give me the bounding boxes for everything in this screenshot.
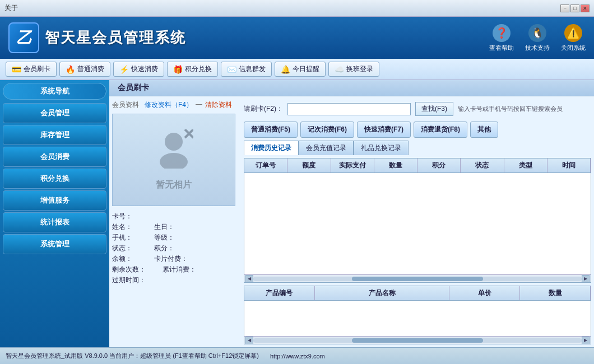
toolbar-normal-consume[interactable]: 🔥 普通消费: [59, 62, 110, 77]
scroll-left-arrow-bottom[interactable]: ◀: [245, 337, 253, 344]
sidebar-item-points[interactable]: 积分兑换: [3, 169, 106, 189]
member-card-label: 会员刷卡: [24, 64, 50, 74]
other-btn[interactable]: 其他: [470, 122, 498, 138]
normal-consume-btn[interactable]: 普通消费(F5): [244, 122, 298, 138]
toolbar: 💳 会员刷卡 🔥 普通消费 ⚡ 快速消费 🎁 积分兑换 ✉️ 信息群发 🔔 今日…: [0, 59, 594, 80]
sidebar: 系统导航 会员管理 库存管理 会员消费 积分兑换 增值服务 统计报表 系统管理: [0, 80, 109, 347]
help-label: 查看帮助: [489, 44, 514, 52]
right-panel: 请刷卡(F2)： 查找(F3) 输入卡号或手机号码按回车键搜索会员 普通消费(F…: [244, 99, 591, 344]
close-button[interactable]: ✕: [581, 4, 590, 12]
product-header: 产品编号 产品名称 单价 数量: [244, 286, 591, 301]
product-body: [244, 301, 591, 336]
logo-icon: 乙: [8, 22, 39, 53]
scroll-thumb-bottom: [352, 338, 483, 343]
toolbar-group-message[interactable]: ✉️ 信息群发: [221, 62, 272, 77]
help-action[interactable]: ❓ 查看帮助: [489, 24, 514, 52]
tabs-row: 消费历史记录 会员充值记录 礼品兑换记录: [244, 141, 591, 155]
maximize-button[interactable]: □: [570, 4, 579, 12]
nav-separator2: —: [196, 100, 202, 110]
info-row-expire: 过期时间：: [112, 276, 238, 285]
expire-label: 过期时间：: [112, 276, 146, 285]
sidebar-item-reports[interactable]: 统计报表: [3, 212, 106, 232]
nav-clear-link[interactable]: 清除资料: [205, 100, 232, 110]
col-unit-price: 单价: [449, 286, 520, 300]
col-status: 状态: [461, 158, 504, 172]
col-qty: 数量: [374, 158, 417, 172]
toolbar-member-card[interactable]: 💳 会员刷卡: [6, 62, 57, 77]
sidebar-item-inventory[interactable]: 库存管理: [3, 125, 106, 145]
points-icon: 🎁: [173, 65, 183, 74]
reminder-icon: 🔔: [281, 65, 290, 74]
toolbar-quick-consume[interactable]: ⚡ 快速消费: [113, 62, 164, 77]
status-text: 智天星会员管理系统_试用版 V8.9.0.0 当前用户：超级管理员 (F1查看帮…: [6, 352, 259, 360]
table-header: 订单号 额度 实际支付 数量 积分 状态 类型 时间: [244, 158, 591, 173]
photo-text: 暂无相片: [156, 179, 192, 191]
action-buttons: 普通消费(F5) 记次消费(F6) 快速消费(F7) 消费退货(F8) 其他: [244, 122, 591, 138]
sidebar-item-system[interactable]: 系统管理: [3, 234, 106, 254]
col-amount: 额度: [287, 158, 331, 172]
scroll-right-arrow[interactable]: ▶: [582, 275, 590, 283]
col-actual-pay: 实际支付: [331, 158, 374, 172]
main-layout: 系统导航 会员管理 库存管理 会员消费 积分兑换 增值服务 统计报表 系统管理 …: [0, 80, 594, 347]
h-scrollbar-bottom[interactable]: ◀ ▶: [244, 336, 591, 344]
scroll-right-arrow-bottom[interactable]: ▶: [582, 337, 590, 344]
photo-area: 暂无相片: [112, 114, 235, 206]
member-nav: 会员资料 修改资料（F4） — 清除资料: [112, 99, 238, 111]
sidebar-header: 系统导航: [3, 83, 106, 100]
tab-consume-history[interactable]: 消费历史记录: [244, 141, 299, 155]
shift-label: 换班登录: [346, 64, 373, 74]
tech-support-action[interactable]: 🐧 技术支持: [525, 24, 550, 52]
tech-label: 技术支持: [525, 44, 550, 52]
level-label: 等级：: [154, 233, 179, 242]
toolbar-shift-login[interactable]: ☁️ 换班登录: [328, 62, 379, 77]
tab-recharge-history[interactable]: 会员充值记录: [299, 141, 354, 155]
card-input-label: 请刷卡(F2)：: [244, 104, 283, 114]
info-row-remaining: 剩余次数： 累计消费：: [112, 265, 238, 274]
product-table: 产品编号 产品名称 单价 数量 ◀ ▶: [244, 286, 591, 344]
card-input[interactable]: [287, 103, 411, 115]
member-info: 卡号： 姓名： 生日： 手机： 等级：: [112, 209, 238, 288]
sidebar-item-value-added[interactable]: 增值服务: [3, 190, 106, 211]
quick-consume-btn[interactable]: 快速消费(F7): [357, 122, 411, 138]
tab-gift-exchange[interactable]: 礼品兑换记录: [354, 141, 409, 155]
phone-label: 手机：: [112, 233, 137, 242]
toolbar-today-reminder[interactable]: 🔔 今日提醒: [275, 62, 326, 77]
total-consume-label: 累计消费：: [163, 265, 196, 274]
message-label: 信息群发: [239, 64, 266, 74]
scroll-track-top[interactable]: [253, 277, 582, 281]
header-actions: ❓ 查看帮助 🐧 技术支持 ⚠️ 关闭系统: [489, 24, 586, 52]
sidebar-item-member-consume[interactable]: 会员消费: [3, 147, 106, 167]
birthday-label: 生日：: [154, 222, 179, 232]
toolbar-points-exchange[interactable]: 🎁 积分兑换: [167, 62, 218, 77]
minimize-button[interactable]: －: [560, 4, 569, 12]
nav-info: 会员资料: [112, 100, 139, 110]
nav-edit-link[interactable]: 修改资料（F4）: [145, 100, 193, 110]
search-hint: 输入卡号或手机号码按回车键搜索会员: [458, 105, 563, 113]
scroll-left-arrow[interactable]: ◀: [245, 275, 253, 283]
search-button[interactable]: 查找(F3): [415, 102, 453, 116]
info-row-status: 状态： 积分：: [112, 244, 238, 253]
col-type: 类型: [504, 158, 547, 172]
status-bar: 智天星会员管理系统_试用版 V8.9.0.0 当前用户：超级管理员 (F1查看帮…: [0, 347, 594, 364]
close-system-action[interactable]: ⚠️ 关闭系统: [561, 24, 586, 52]
photo-icon: [154, 129, 193, 176]
status-url: http://www.ztx9.com: [270, 353, 325, 360]
sidebar-item-member-mgmt[interactable]: 会员管理: [3, 103, 106, 123]
member-area: 会员资料 修改资料（F4） — 清除资料: [109, 96, 594, 347]
card-label: 卡号：: [112, 212, 137, 221]
close-system-label: 关闭系统: [561, 44, 586, 52]
count-consume-btn[interactable]: 记次消费(F6): [300, 122, 354, 138]
col-time: 时间: [547, 158, 591, 172]
scroll-track-bottom[interactable]: [253, 338, 582, 343]
title-text: 关于: [4, 3, 18, 13]
shift-icon: ☁️: [335, 65, 344, 74]
h-scrollbar-top[interactable]: ◀ ▶: [244, 274, 591, 282]
info-row-card: 卡号：: [112, 212, 238, 221]
help-icon: ❓: [493, 24, 511, 42]
consume-return-btn[interactable]: 消费退货(F8): [414, 122, 467, 138]
title-bar: 关于 － □ ✕: [0, 0, 594, 17]
status-label: 状态：: [112, 244, 137, 253]
card-input-row: 请刷卡(F2)： 查找(F3) 输入卡号或手机号码按回车键搜索会员: [244, 99, 591, 119]
content-title: 会员刷卡: [109, 80, 594, 96]
window-controls: － □ ✕: [560, 4, 590, 12]
